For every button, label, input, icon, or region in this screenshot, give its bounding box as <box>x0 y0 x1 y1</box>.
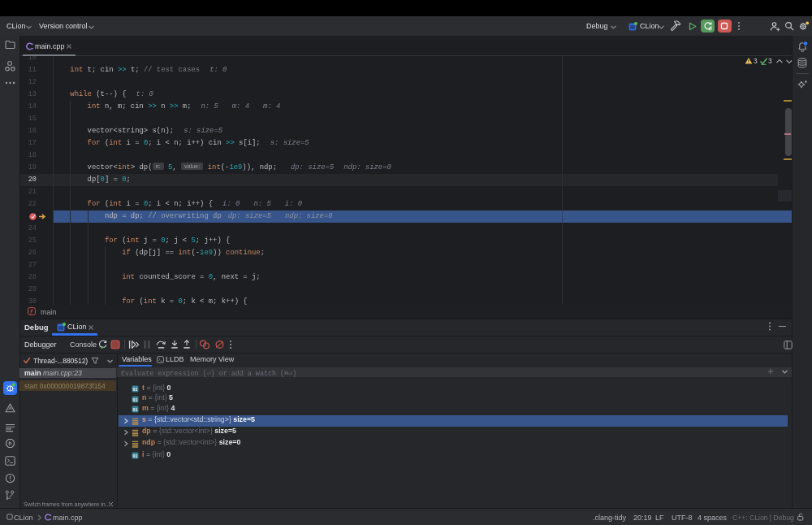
svg-text:01: 01 <box>133 387 138 392</box>
svg-text:01: 01 <box>133 453 138 458</box>
svg-text:01: 01 <box>133 397 138 401</box>
svg-text:01: 01 <box>133 407 138 412</box>
